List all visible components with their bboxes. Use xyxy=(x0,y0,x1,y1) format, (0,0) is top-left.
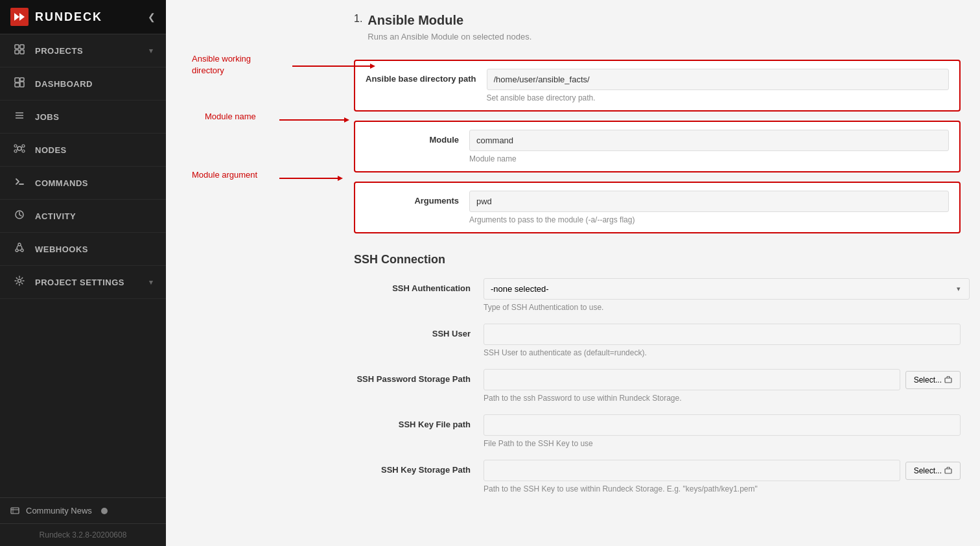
project-settings-icon xyxy=(13,275,26,289)
annotation-module-arg: Module argument xyxy=(192,170,257,180)
svg-point-25 xyxy=(16,249,18,252)
ssh-section-title: SSH Connection xyxy=(354,253,961,267)
nodes-label: NODES xyxy=(35,145,67,155)
ssh-auth-hint: Type of SSH Authentication to use. xyxy=(484,303,961,312)
ssh-password-input[interactable] xyxy=(484,369,900,390)
svg-rect-4 xyxy=(20,45,24,49)
svg-point-26 xyxy=(21,249,23,252)
svg-line-20 xyxy=(21,147,23,148)
svg-rect-5 xyxy=(15,50,19,54)
sidebar-footer: Community News Rundeck 3.2.8-20200608 xyxy=(0,497,166,546)
dashboard-label: DASHBOARD xyxy=(35,79,93,89)
svg-rect-8 xyxy=(15,83,19,87)
ssh-auth-select[interactable]: -none selected- xyxy=(484,278,970,300)
webhooks-label: WEBHOOKS xyxy=(35,244,88,254)
community-news-label: Community News xyxy=(26,506,92,516)
sidebar-logo: RUNDECK xyxy=(10,8,102,26)
ssh-key-storage-label: SSH Key Storage Path xyxy=(354,460,484,475)
svg-rect-40 xyxy=(945,469,951,473)
ssh-user-hint: SSH User to authenticate as (default=run… xyxy=(484,348,961,357)
storage-icon xyxy=(944,376,952,384)
annotation-working-dir: Ansible workingdirectory xyxy=(192,53,251,77)
rundeck-logo-icon xyxy=(10,8,29,26)
ansible-module-subtitle: Runs an Ansible Module on selected nodes… xyxy=(368,32,531,42)
base-dir-hint: Set ansible base directory path. xyxy=(487,93,950,102)
sidebar: RUNDECK ❮ PROJECTS ▾ DASHBOARD JOBS xyxy=(0,0,166,546)
arguments-hint: Arguments to pass to the module (-a/--ar… xyxy=(469,215,949,224)
ssh-password-select-button[interactable]: Select... xyxy=(905,371,961,389)
app-logo-text: RUNDECK xyxy=(35,10,102,24)
ssh-key-storage-hint: Path to the SSH Key to use within Rundec… xyxy=(484,484,961,493)
annotation-arrow-working-dir xyxy=(292,60,396,86)
ssh-key-storage-row: SSH Key Storage Path Select... Path to t… xyxy=(354,460,961,493)
sidebar-item-activity[interactable]: ACTIVITY xyxy=(0,200,166,233)
ssh-auth-row: SSH Authentication -none selected- ▾ Typ… xyxy=(354,278,961,312)
svg-line-22 xyxy=(21,149,23,150)
activity-icon xyxy=(13,209,26,223)
svg-point-18 xyxy=(22,150,25,152)
sidebar-item-webhooks[interactable]: WEBHOOKS xyxy=(0,233,166,266)
jobs-icon xyxy=(13,110,26,124)
arguments-label: Arguments xyxy=(366,191,469,206)
svg-rect-7 xyxy=(15,78,19,82)
sidebar-item-nodes[interactable]: NODES xyxy=(0,134,166,167)
module-field-group: Module Module name xyxy=(354,121,961,172)
sidebar-item-jobs[interactable]: JOBS xyxy=(0,101,166,134)
svg-marker-38 xyxy=(338,176,343,181)
ssh-password-label: SSH Password Storage Path xyxy=(354,369,484,384)
jobs-label: JOBS xyxy=(35,112,59,122)
arguments-input[interactable] xyxy=(469,191,949,212)
annotation-module-name: Module name xyxy=(205,112,256,121)
project-settings-arrow: ▾ xyxy=(149,278,154,287)
sidebar-item-dashboard[interactable]: DASHBOARD xyxy=(0,67,166,101)
svg-line-21 xyxy=(17,149,18,150)
dashboard-icon xyxy=(13,77,26,91)
ssh-user-label: SSH User xyxy=(354,324,484,338)
commands-label: COMMANDS xyxy=(35,178,88,188)
ssh-user-input[interactable] xyxy=(484,324,961,345)
svg-rect-39 xyxy=(945,378,951,383)
svg-rect-6 xyxy=(20,50,24,54)
webhooks-icon xyxy=(13,242,26,256)
sidebar-item-project-settings[interactable]: PROJECT SETTINGS ▾ xyxy=(0,266,166,299)
ssh-key-file-row: SSH Key File path File Path to the SSH K… xyxy=(354,414,961,448)
projects-icon xyxy=(13,43,26,58)
svg-point-29 xyxy=(18,279,21,283)
commands-icon xyxy=(13,176,26,190)
base-dir-field-group: Ansible base directory path Set ansible … xyxy=(354,60,961,112)
module-hint: Module name xyxy=(469,154,949,163)
ssh-key-file-input[interactable] xyxy=(484,414,961,436)
ssh-auth-label: SSH Authentication xyxy=(354,278,484,293)
ssh-key-storage-input[interactable] xyxy=(484,460,900,481)
svg-point-14 xyxy=(18,147,21,150)
ssh-key-storage-select-button[interactable]: Select... xyxy=(905,462,961,480)
svg-rect-10 xyxy=(20,82,24,87)
arguments-field-group: Arguments Arguments to pass to the modul… xyxy=(354,182,961,233)
community-news-link[interactable]: Community News xyxy=(0,498,166,524)
svg-marker-36 xyxy=(344,117,349,123)
annotation-arrow-module xyxy=(279,117,383,130)
project-settings-label: PROJECT SETTINGS xyxy=(35,278,124,287)
svg-point-15 xyxy=(14,145,17,147)
sidebar-header: RUNDECK ❮ xyxy=(0,0,166,34)
svg-point-16 xyxy=(22,145,25,147)
ssh-key-file-label: SSH Key File path xyxy=(354,414,484,429)
version-info: Rundeck 3.2.8-20200608 xyxy=(0,524,166,546)
sidebar-item-projects[interactable]: PROJECTS ▾ xyxy=(0,34,166,67)
sidebar-toggle-button[interactable]: ❮ xyxy=(148,12,156,22)
svg-rect-3 xyxy=(15,45,19,49)
svg-line-19 xyxy=(17,147,18,148)
step-number: 1. xyxy=(354,13,362,25)
projects-label: PROJECTS xyxy=(35,46,83,56)
base-dir-input[interactable] xyxy=(487,69,950,90)
community-news-icon xyxy=(10,506,19,516)
svg-marker-34 xyxy=(370,64,375,69)
ssh-user-row: SSH User SSH User to authenticate as (de… xyxy=(354,324,961,357)
sidebar-item-commands[interactable]: COMMANDS xyxy=(0,167,166,200)
projects-arrow: ▾ xyxy=(149,47,154,55)
annotation-arrow-arg xyxy=(279,175,383,188)
ssh-key-file-hint: File Path to the SSH Key to use xyxy=(484,439,961,448)
community-news-dot xyxy=(101,508,108,514)
module-input[interactable] xyxy=(469,130,949,151)
ssh-password-hint: Path to the ssh Password to use within R… xyxy=(484,394,961,403)
